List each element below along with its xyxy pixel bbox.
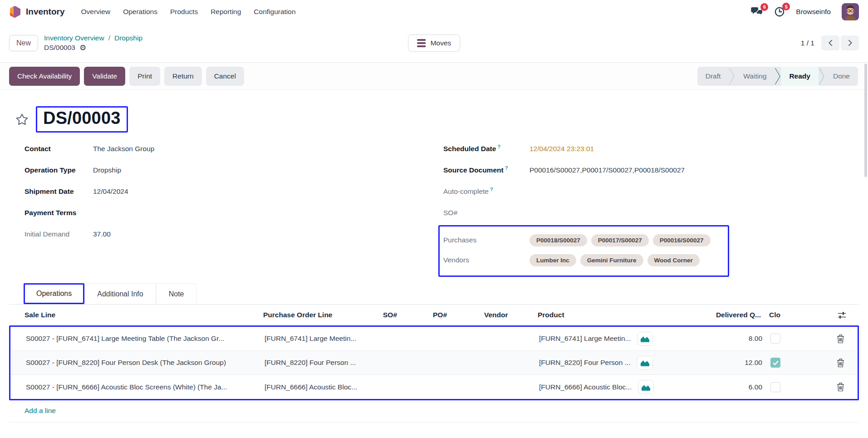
cell-delivered-qty[interactable]: 8.00 bbox=[671, 335, 766, 343]
user-menu[interactable]: Browseinfo bbox=[796, 8, 831, 16]
cancel-button[interactable]: Cancel bbox=[206, 67, 244, 86]
top-menu: OverviewOperationsProductsReportingConfi… bbox=[75, 4, 302, 20]
cell-delivered-qty[interactable]: 12.00 bbox=[671, 359, 766, 367]
moves-button[interactable]: Moves bbox=[408, 34, 461, 52]
add-line-button[interactable]: Add a line bbox=[25, 407, 56, 414]
col-header-purchase-order-line[interactable]: Purchase Order Line bbox=[263, 311, 374, 319]
tag-lumber-inc: Lumber Inc bbox=[530, 254, 576, 266]
chevron-left-icon bbox=[828, 39, 833, 46]
avatar[interactable] bbox=[842, 3, 859, 20]
status-step-ready[interactable]: Ready bbox=[781, 67, 819, 86]
print-button[interactable]: Print bbox=[129, 67, 160, 86]
tab-operations[interactable]: Operations bbox=[24, 283, 84, 304]
col-header-vendor[interactable]: Vendor bbox=[447, 311, 538, 319]
field-value-source-document[interactable]: P00016/S00027,P00017/S00027,P00018/S0002… bbox=[530, 166, 685, 174]
col-header-sale-line[interactable]: Sale Line bbox=[9, 311, 263, 319]
cell-product[interactable]: [FURN_6741] Large Meetin... bbox=[539, 332, 671, 346]
cell-product[interactable]: [FURN_6666] Acoustic Bloc... bbox=[539, 380, 671, 394]
activities-button[interactable]: 5 bbox=[774, 6, 785, 17]
chevron-right-icon bbox=[848, 39, 853, 46]
menu-reporting[interactable]: Reporting bbox=[204, 4, 247, 20]
field-label-shipment-date: Shipment Date bbox=[25, 187, 93, 196]
status-chevron-icon bbox=[775, 67, 781, 86]
check-availability-button[interactable]: Check Availability bbox=[9, 67, 80, 86]
closed-checkbox[interactable] bbox=[770, 358, 780, 368]
app-name[interactable]: Inventory bbox=[26, 7, 65, 17]
field-value-shipment-date[interactable]: 12/04/2024 bbox=[93, 187, 128, 196]
pager-previous-button[interactable] bbox=[821, 35, 839, 50]
status-step-draft[interactable]: Draft bbox=[697, 67, 729, 86]
favorite-star-icon[interactable] bbox=[15, 112, 29, 127]
menu-configuration[interactable]: Configuration bbox=[247, 4, 302, 20]
product-name[interactable]: [FURN_8220] Four Person ... bbox=[539, 359, 631, 367]
pager-value: 1 / 1 bbox=[801, 39, 814, 47]
cell-sale-line[interactable]: S00027 - [FURN_6741] Large Meeting Table… bbox=[10, 335, 265, 343]
cell-sale-line[interactable]: S00027 - [FURN_8220] Four Person Desk (T… bbox=[10, 359, 265, 367]
validate-button[interactable]: Validate bbox=[84, 67, 125, 86]
tag-wood-corner: Wood Corner bbox=[647, 254, 700, 266]
vendors-tags: Lumber IncGemini FurnitureWood Corner bbox=[530, 254, 700, 266]
cell-purchase-order-line[interactable]: [FURN_6666] Acoustic Bloc... bbox=[265, 383, 376, 391]
col-header-product[interactable]: Product bbox=[538, 311, 669, 319]
table-row[interactable]: S00027 - [FURN_6666] Acoustic Bloc Scree… bbox=[10, 375, 858, 399]
forecast-chart-icon[interactable] bbox=[637, 356, 653, 370]
cell-product[interactable]: [FURN_8220] Four Person ... bbox=[539, 356, 671, 370]
table-row[interactable]: S00027 - [FURN_8220] Four Person Desk (T… bbox=[10, 351, 858, 375]
tab-additional-info[interactable]: Additional Info bbox=[84, 283, 156, 304]
field-value-contact[interactable]: The Jackson Group bbox=[93, 145, 154, 153]
vertical-scrollbar[interactable] bbox=[864, 64, 867, 177]
menu-products[interactable]: Products bbox=[164, 4, 204, 20]
help-question-icon: ? bbox=[497, 144, 500, 149]
field-auto-complete: Auto-complete? bbox=[443, 181, 729, 202]
cell-closed bbox=[766, 334, 802, 344]
gear-icon[interactable]: ⚙ bbox=[79, 44, 86, 52]
product-name[interactable]: [FURN_6666] Acoustic Bloc... bbox=[539, 383, 632, 391]
table-row[interactable]: S00027 - [FURN_6741] Large Meeting Table… bbox=[10, 327, 858, 351]
field-value-initial-demand[interactable]: 37.00 bbox=[93, 230, 111, 238]
right-field-group: Scheduled Date?12/04/2024 23:23:01Source… bbox=[443, 138, 729, 277]
field-value-operation-type[interactable]: Dropship bbox=[93, 166, 121, 174]
delete-row-button[interactable] bbox=[835, 381, 846, 393]
col-header-so[interactable]: SO# bbox=[374, 311, 402, 319]
cell-purchase-order-line[interactable]: [FURN_6741] Large Meetin... bbox=[265, 335, 376, 343]
forecast-chart-icon[interactable] bbox=[638, 380, 654, 394]
activities-count-badge: 5 bbox=[782, 3, 790, 10]
optional-columns-icon[interactable] bbox=[838, 311, 846, 319]
field-label-vendors: Vendors bbox=[443, 256, 530, 264]
field-label-payment-terms: Payment Terms bbox=[25, 209, 93, 217]
moves-list-icon bbox=[417, 39, 426, 47]
status-step-waiting[interactable]: Waiting bbox=[735, 67, 775, 86]
record-name[interactable]: DS/00003 bbox=[43, 108, 121, 128]
field-label-scheduled-date: Scheduled Date? bbox=[443, 144, 530, 153]
delete-row-button[interactable] bbox=[835, 357, 846, 369]
messages-button[interactable]: 6 bbox=[751, 7, 763, 17]
menu-overview[interactable]: Overview bbox=[75, 4, 117, 20]
return-button[interactable]: Return bbox=[164, 67, 202, 86]
col-header-closed[interactable]: Clo bbox=[765, 311, 801, 319]
field-purchases: PurchasesP00018/S00027P00017/S00027P0001… bbox=[443, 230, 723, 250]
breadcrumb-separator: / bbox=[108, 34, 110, 42]
cell-purchase-order-line[interactable]: [FURN_8220] Four Person ... bbox=[265, 359, 376, 367]
field-value-scheduled-date[interactable]: 12/04/2024 23:23:01 bbox=[530, 145, 594, 153]
status-bar: DraftWaitingReadyDone bbox=[697, 67, 858, 86]
closed-checkbox[interactable] bbox=[770, 334, 780, 344]
forecast-chart-icon[interactable] bbox=[637, 332, 653, 346]
breadcrumb-dropship[interactable]: Dropship bbox=[114, 34, 142, 42]
pager-next-button[interactable] bbox=[841, 35, 859, 50]
inventory-app-icon[interactable] bbox=[9, 5, 21, 18]
cell-sale-line[interactable]: S00027 - [FURN_6666] Acoustic Bloc Scree… bbox=[10, 383, 265, 391]
col-header-delivered-qty[interactable]: Delivered Q... bbox=[669, 311, 765, 319]
menu-operations[interactable]: Operations bbox=[117, 4, 164, 20]
operations-table: Sale Line Purchase Order Line SO# PO# Ve… bbox=[9, 305, 859, 423]
new-button[interactable]: New bbox=[9, 35, 38, 51]
tab-note[interactable]: Note bbox=[156, 283, 197, 304]
cell-delivered-qty[interactable]: 6.00 bbox=[671, 383, 766, 391]
delete-row-button[interactable] bbox=[835, 333, 846, 345]
status-step-done[interactable]: Done bbox=[825, 67, 858, 86]
closed-checkbox[interactable] bbox=[770, 382, 780, 392]
breadcrumb-inventory-overview[interactable]: Inventory Overview bbox=[44, 34, 104, 42]
messages-count-badge: 6 bbox=[760, 3, 768, 11]
product-name[interactable]: [FURN_6741] Large Meetin... bbox=[539, 335, 631, 343]
col-header-po[interactable]: PO# bbox=[402, 311, 447, 319]
action-bar: Check AvailabilityValidatePrintReturnCan… bbox=[0, 62, 868, 90]
